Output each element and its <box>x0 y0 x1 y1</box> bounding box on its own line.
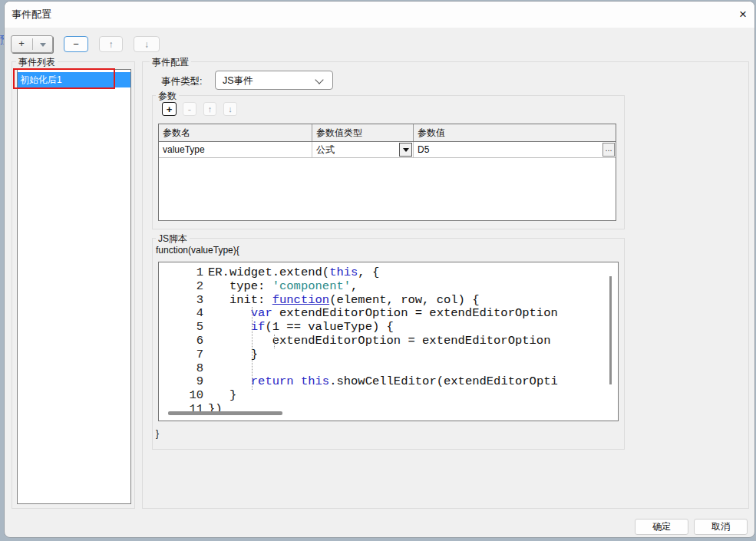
script-function-header: function(valueType){ <box>156 245 239 256</box>
column-header-value: 参数值 <box>414 124 616 141</box>
indent-guide <box>252 307 253 390</box>
param-name-cell[interactable]: valueType <box>159 142 312 157</box>
param-value-cell[interactable]: D5... <box>414 142 616 157</box>
add-event-split-button[interactable]: + <box>11 35 53 53</box>
event-list[interactable]: 初始化后1 <box>17 69 131 504</box>
dropdown-arrow-icon[interactable] <box>399 143 412 157</box>
event-type-value: JS事件 <box>223 74 253 87</box>
titlebar[interactable]: 事件配置 × <box>5 2 754 28</box>
script-group-label: JS脚本 <box>156 233 190 246</box>
vertical-scrollbar[interactable] <box>609 276 612 384</box>
param-type-cell[interactable]: 公式 <box>312 142 414 157</box>
move-param-down-button[interactable]: ↓ <box>223 102 237 116</box>
script-group: JS脚本 function(valueType){ 1ER.widget.ext… <box>152 238 625 450</box>
code-lines: 1ER.widget.extend(this, {2 type: 'compon… <box>159 266 618 417</box>
ellipsis-button[interactable]: ... <box>602 143 615 157</box>
screen: 预 事件配置 × + − ↑ ↓ 事件列表 初始化后1 事件配置 事件类型: J… <box>0 0 756 541</box>
cancel-button[interactable]: 取消 <box>694 519 748 535</box>
table-row[interactable]: valueType公式D5... <box>159 142 616 158</box>
param-table-header: 参数名 参数值类型 参数值 <box>159 124 616 142</box>
move-param-up-button[interactable]: ↑ <box>203 102 216 116</box>
event-config-group-label: 事件配置 <box>150 56 191 69</box>
dropdown-arrow-icon[interactable] <box>40 43 46 47</box>
event-type-select[interactable]: JS事件 <box>215 71 333 90</box>
move-event-down-button[interactable]: ↓ <box>134 36 160 52</box>
event-type-label: 事件类型: <box>161 75 202 88</box>
annotation-highlight <box>13 68 115 89</box>
remove-event-button[interactable]: − <box>64 36 88 52</box>
event-list-group: 事件列表 初始化后1 <box>12 61 135 509</box>
params-group-label: 参数 <box>156 90 179 103</box>
params-group: 参数 + - ↑ ↓ 参数名 参数值类型 参数值 valueType公式D5..… <box>152 95 625 229</box>
remove-param-button[interactable]: - <box>183 102 196 116</box>
add-param-button[interactable]: + <box>162 102 177 116</box>
move-event-up-button[interactable]: ↑ <box>99 36 123 52</box>
param-table: 参数名 参数值类型 参数值 valueType公式D5... <box>158 124 616 221</box>
code-editor[interactable]: 1ER.widget.extend(this, {2 type: 'compon… <box>158 262 619 421</box>
chevron-down-icon <box>315 75 323 84</box>
close-icon[interactable]: × <box>732 5 754 24</box>
event-config-dialog: 事件配置 × + − ↑ ↓ 事件列表 初始化后1 事件配置 事件类型: JS事… <box>4 1 755 538</box>
dialog-title: 事件配置 <box>12 8 51 21</box>
event-list-group-label: 事件列表 <box>16 56 58 69</box>
param-table-body: valueType公式D5... <box>159 142 616 158</box>
horizontal-scrollbar[interactable] <box>168 411 282 415</box>
add-event-label: + <box>12 36 31 52</box>
split-divider <box>32 38 33 50</box>
ok-button[interactable]: 确定 <box>635 519 688 535</box>
indent-guide <box>274 335 275 348</box>
column-header-name: 参数名 <box>159 124 312 141</box>
event-config-group: 事件配置 事件类型: JS事件 参数 + - ↑ ↓ 参数名 参数值类型 参数值 <box>142 61 749 509</box>
script-closing-brace: } <box>156 428 159 439</box>
column-header-type: 参数值类型 <box>312 124 414 141</box>
